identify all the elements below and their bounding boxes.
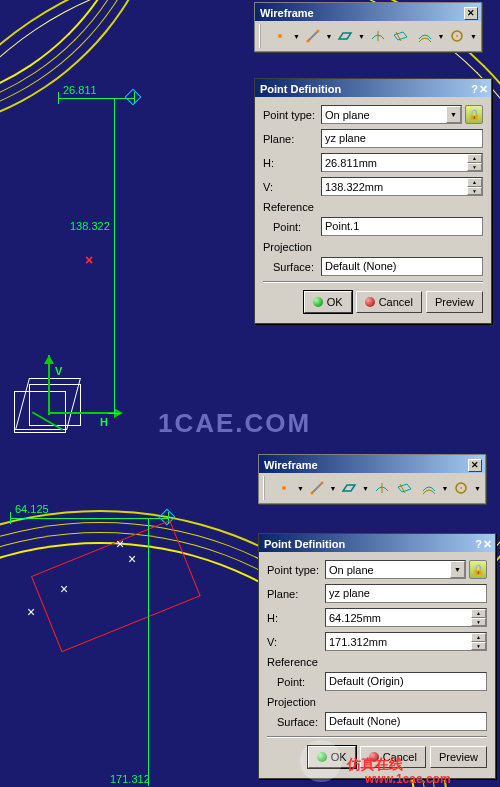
spin-down-icon[interactable]: ▼ [467, 163, 482, 172]
svg-point-3 [316, 30, 319, 33]
dropdown-icon[interactable]: ▼ [441, 485, 448, 492]
chevron-down-icon[interactable]: ▼ [450, 561, 465, 578]
point-icon[interactable] [273, 476, 294, 500]
titlebar[interactable]: Wireframe ✕ [255, 3, 481, 21]
cancel-button[interactable]: Cancel [360, 746, 426, 768]
h-value: 64.125mm [329, 612, 381, 624]
v-value: 171.312mm [329, 636, 387, 648]
ok-orb-icon [313, 297, 323, 307]
cancel-orb-icon [369, 752, 379, 762]
v-value: 138.322mm [325, 181, 383, 193]
toolbar-title: Wireframe [260, 7, 314, 19]
reference-section-label: Reference [267, 656, 487, 668]
ref-point-field[interactable]: Default (Origin) [325, 672, 487, 691]
chevron-down-icon[interactable]: ▼ [446, 106, 461, 123]
reference-point-marker: × [85, 252, 93, 268]
dropdown-icon[interactable]: ▼ [437, 33, 444, 40]
intersect-icon[interactable] [394, 476, 415, 500]
plane-field[interactable]: yz plane [321, 129, 483, 148]
projection-icon[interactable] [371, 476, 392, 500]
point-type-combo[interactable]: On plane ▼ [321, 105, 462, 124]
dropdown-icon[interactable]: ▼ [362, 485, 369, 492]
plane-icon[interactable] [334, 24, 355, 48]
cancel-orb-icon [365, 297, 375, 307]
dropdown-icon[interactable]: ▼ [297, 485, 304, 492]
close-icon[interactable]: ✕ [468, 459, 482, 472]
dropdown-icon[interactable]: ▼ [329, 485, 336, 492]
v-axis-label: V [55, 365, 62, 377]
toolbar-grip[interactable] [259, 24, 265, 48]
point-definition-dialog[interactable]: Point Definition ? ✕ Point type: On plan… [254, 78, 492, 324]
point-definition-dialog[interactable]: Point Definition ? ✕ Point type: On plan… [258, 533, 496, 779]
v-label: V: [267, 636, 325, 648]
ok-button[interactable]: OK [304, 291, 352, 313]
ref-point-field[interactable]: Point.1 [321, 217, 483, 236]
help-icon[interactable]: ? [471, 83, 478, 96]
help-icon[interactable]: ? [475, 538, 482, 551]
lock-icon[interactable]: 🔒 [465, 105, 483, 124]
parallel-curve-icon[interactable] [414, 24, 435, 48]
ok-button[interactable]: OK [308, 746, 356, 768]
spin-down-icon[interactable]: ▼ [471, 618, 486, 627]
preview-button[interactable]: Preview [430, 746, 487, 768]
cancel-button[interactable]: Cancel [356, 291, 422, 313]
line-icon[interactable] [302, 24, 323, 48]
point-icon[interactable] [269, 24, 290, 48]
toolbar-title: Wireframe [264, 459, 318, 471]
close-icon[interactable]: ✕ [464, 7, 478, 20]
v-label: V: [263, 181, 321, 193]
plane-field[interactable]: yz plane [325, 584, 487, 603]
h-input[interactable]: 26.811mm ▲▼ [321, 153, 483, 172]
point-type-combo[interactable]: On plane ▼ [325, 560, 466, 579]
point-type-label: Point type: [263, 109, 321, 121]
h-input[interactable]: 64.125mm ▲▼ [325, 608, 487, 627]
toolbar-grip[interactable] [263, 476, 269, 500]
circle-icon[interactable] [450, 476, 471, 500]
lock-icon[interactable]: 🔒 [469, 560, 487, 579]
dropdown-icon[interactable]: ▼ [474, 485, 481, 492]
plane-label: Plane: [267, 588, 325, 600]
dropdown-icon[interactable]: ▼ [358, 33, 365, 40]
projection-icon[interactable] [367, 24, 388, 48]
wireframe-toolbar[interactable]: Wireframe ✕ ▼ ▼ ▼ ▼ ▼ [254, 2, 482, 52]
projection-section-label: Projection [263, 241, 483, 253]
h-label: H: [267, 612, 325, 624]
ref-point-label: Point: [277, 676, 325, 688]
spin-up-icon[interactable]: ▲ [467, 178, 482, 187]
titlebar[interactable]: Wireframe ✕ [259, 455, 485, 473]
spin-down-icon[interactable]: ▼ [467, 187, 482, 196]
svg-point-7 [282, 486, 286, 490]
spin-up-icon[interactable]: ▲ [471, 609, 486, 618]
point-type-label: Point type: [267, 564, 325, 576]
v-input[interactable]: 138.322mm ▲▼ [321, 177, 483, 196]
svg-point-13 [460, 487, 462, 489]
surface-field[interactable]: Default (None) [321, 257, 483, 276]
plane-icon[interactable] [338, 476, 359, 500]
spin-up-icon[interactable]: ▲ [471, 633, 486, 642]
spin-up-icon[interactable]: ▲ [467, 154, 482, 163]
preview-button[interactable]: Preview [426, 291, 483, 313]
projection-section-label: Projection [267, 696, 487, 708]
svg-line-1 [308, 31, 318, 41]
dropdown-icon[interactable]: ▼ [325, 33, 332, 40]
surface-label: Surface: [273, 261, 321, 273]
h-value: 26.811mm [325, 157, 377, 169]
svg-point-10 [320, 482, 323, 485]
close-icon[interactable]: ✕ [483, 538, 492, 551]
wireframe-toolbar[interactable]: Wireframe ✕ ▼ ▼ ▼ ▼ ▼ [258, 454, 486, 504]
v-input[interactable]: 171.312mm ▲▼ [325, 632, 487, 651]
dropdown-icon[interactable]: ▼ [470, 33, 477, 40]
line-icon[interactable] [306, 476, 327, 500]
surface-field[interactable]: Default (None) [325, 712, 487, 731]
dropdown-icon[interactable]: ▼ [293, 33, 300, 40]
titlebar[interactable]: Point Definition ? ✕ [259, 534, 495, 552]
surface-label: Surface: [277, 716, 325, 728]
titlebar[interactable]: Point Definition ? ✕ [255, 79, 491, 97]
parallel-curve-icon[interactable] [418, 476, 439, 500]
spin-down-icon[interactable]: ▼ [471, 642, 486, 651]
intersect-icon[interactable] [390, 24, 411, 48]
svg-line-8 [312, 483, 322, 493]
circle-icon[interactable] [446, 24, 467, 48]
svg-point-2 [306, 40, 309, 43]
close-icon[interactable]: ✕ [479, 83, 488, 96]
